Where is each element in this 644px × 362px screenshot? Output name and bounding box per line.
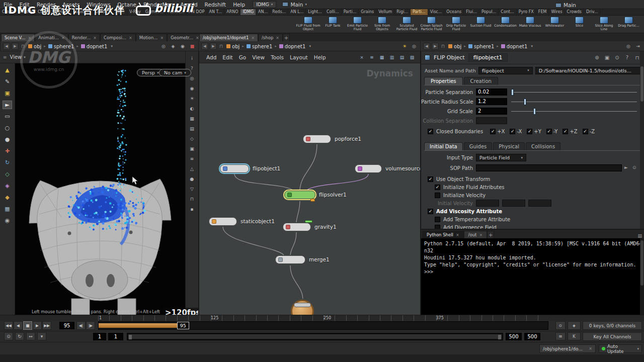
node-staticobject1[interactable] xyxy=(209,217,237,226)
shelf-tool[interactable]: Slice xyxy=(567,16,592,33)
translate-tool-icon[interactable]: ✚ xyxy=(3,147,12,155)
info-icon[interactable]: i xyxy=(188,54,196,62)
shelf-tab-18[interactable]: Colli... xyxy=(325,9,342,15)
handles-icon[interactable]: △ xyxy=(188,165,196,172)
viewport-3d-canvas[interactable]: Left mouse tumbles. Middle pans. Right d… xyxy=(15,63,185,315)
lock-icon[interactable]: ⊓ xyxy=(218,44,224,49)
shelf-tab-25[interactable]: Oceans xyxy=(444,9,464,15)
no-cam-button[interactable]: No cam ▾ xyxy=(159,69,191,76)
desktop-select-right[interactable]: Main xyxy=(555,2,576,8)
loop-mode-icon[interactable]: ↻ xyxy=(15,332,24,340)
timeline-ruler[interactable]: 1125250375 xyxy=(0,315,644,321)
shelf-tab-31[interactable]: Wires xyxy=(549,9,565,15)
viewport-crumb-dopnet1[interactable]: dopnet1 xyxy=(80,44,109,49)
shelf-tool[interactable]: Slice Along Line xyxy=(592,16,616,33)
jump-to-node-icon[interactable]: ⇥ xyxy=(634,43,641,50)
scene-pane-tab[interactable]: Geometr...× xyxy=(167,34,202,41)
sop-path-input[interactable] xyxy=(476,164,622,171)
playback-range-slider[interactable] xyxy=(127,333,503,340)
keys-channels-button[interactable]: 0 keys, 0/0 channels xyxy=(583,321,642,330)
stop-button[interactable]: ■ xyxy=(23,321,32,330)
workspace-select[interactable]: IDMG ▾ xyxy=(253,1,276,8)
axis-checkbox[interactable]: ✓ xyxy=(527,129,532,134)
param-value-field[interactable] xyxy=(528,200,551,207)
pane-menu-icon[interactable]: ≡ xyxy=(3,55,7,60)
slider-track[interactable] xyxy=(511,92,637,93)
shelf-tool[interactable]: FLIP Fluid from Object xyxy=(296,16,320,33)
shelf-tab-13[interactable]: IDMG xyxy=(240,9,256,15)
shelf-tab-20[interactable]: Grains xyxy=(359,9,376,15)
points-icon[interactable]: ● xyxy=(188,175,196,183)
new-tab-button[interactable]: + xyxy=(487,231,494,238)
network-crumb-sphere1[interactable]: sphere1 xyxy=(246,44,273,49)
auto-key-icon[interactable]: ◈ xyxy=(568,321,581,330)
axis-checkbox[interactable]: ✓ xyxy=(562,129,568,134)
display-flag[interactable] xyxy=(310,199,315,202)
param-value-field[interactable] xyxy=(476,117,507,124)
viewport-crumb-obj[interactable]: obj xyxy=(27,44,42,49)
node-name-field[interactable]: flipobject1 xyxy=(468,53,508,62)
network-crumb-obj[interactable]: obj xyxy=(225,44,240,49)
snap-tool-icon[interactable]: ◆ xyxy=(3,193,12,202)
play-reverse-button[interactable]: ◀ xyxy=(14,321,23,330)
checkbox[interactable] xyxy=(435,217,440,222)
new-tab-button[interactable]: + xyxy=(283,34,290,41)
normals-icon[interactable]: ▽ xyxy=(188,185,196,193)
scene-pane-tab[interactable]: Scene V...× xyxy=(1,34,35,41)
close-icon[interactable]: × xyxy=(276,36,279,40)
close-icon[interactable]: × xyxy=(61,36,65,40)
viewport-path-menu-icon[interactable]: ▾ xyxy=(110,44,114,48)
lasso-select-icon[interactable]: ○ xyxy=(3,124,12,132)
forward-icon[interactable]: ▶ xyxy=(12,43,19,50)
close-icon[interactable]: × xyxy=(456,233,459,237)
shelf-tab-32[interactable]: Crowds xyxy=(565,9,584,15)
input-type-select[interactable]: Particle Field ▾ xyxy=(476,154,526,161)
axis-checkbox[interactable]: ✓ xyxy=(510,129,515,134)
key-icon[interactable]: K xyxy=(568,332,581,340)
tab-creation[interactable]: Creation xyxy=(464,77,498,85)
params-crumb-sphere1[interactable]: sphere1 xyxy=(467,44,495,49)
close-icon[interactable]: × xyxy=(251,36,255,40)
shelf-tab-30[interactable]: FEM xyxy=(536,9,549,15)
next-frame-button[interactable]: |▶ xyxy=(86,321,95,330)
close-icon[interactable]: × xyxy=(93,36,97,40)
pane-controls-icon[interactable]: ▤ xyxy=(637,233,642,238)
close-icon[interactable]: × xyxy=(589,346,592,351)
shell-tab-1[interactable]: /out× xyxy=(464,231,488,238)
rotate-tool-icon[interactable]: ↻ xyxy=(3,158,12,167)
node-flipobject1[interactable] xyxy=(220,164,249,173)
desktop-select[interactable]: Main ▾ xyxy=(282,2,307,8)
node-merge1[interactable] xyxy=(275,255,305,264)
viewport-crumb-sphere1[interactable]: sphere1 xyxy=(47,44,75,49)
target-icon[interactable]: ◈ xyxy=(170,43,177,50)
playbar-menu-icon[interactable]: ≡ xyxy=(555,332,566,340)
playback-start-field[interactable]: 1 xyxy=(108,333,123,340)
close-icon[interactable]: × xyxy=(196,36,199,40)
shelf-tool[interactable]: Make Viscous xyxy=(518,16,542,33)
close-icon[interactable]: × xyxy=(160,36,164,40)
lock-icon[interactable]: ⊓ xyxy=(20,44,26,49)
select-geometry-icon[interactable]: ▣ xyxy=(3,89,12,98)
float-panel-icon[interactable]: ▣ xyxy=(604,55,610,60)
node-flipsolver1[interactable] xyxy=(284,191,315,199)
key-all-channels-button[interactable]: Key All Channels xyxy=(583,332,642,341)
close-icon[interactable]: × xyxy=(28,36,31,40)
pin-icon[interactable]: ◎ xyxy=(625,43,632,50)
range-end-grip[interactable] xyxy=(498,335,501,339)
menu-redshift[interactable]: Redshift xyxy=(201,0,230,9)
section-tab-3[interactable]: Collisions xyxy=(526,142,560,150)
lightbulb-icon[interactable]: ☀ xyxy=(401,43,408,50)
camera-icon[interactable]: ◉ xyxy=(179,43,186,50)
shelf-tab-22[interactable]: Rigi... xyxy=(394,9,411,15)
search-icon[interactable]: ⊙ xyxy=(614,55,620,60)
checkbox[interactable] xyxy=(435,225,440,229)
tab-properties[interactable]: Properties xyxy=(424,77,463,85)
slider-handle[interactable] xyxy=(511,89,514,96)
camera-icon[interactable]: ◉ xyxy=(188,84,196,92)
shelf-tab-17[interactable]: Light... xyxy=(306,9,325,15)
axis-checkbox[interactable]: ✓ xyxy=(490,129,496,134)
grid-icon[interactable]: ▤ xyxy=(188,125,196,132)
scene-pane-tab[interactable]: Animati...× xyxy=(35,34,68,41)
construction-plane-icon[interactable]: ▣ xyxy=(188,145,196,152)
pose-tool-icon[interactable]: ◈ xyxy=(3,182,12,190)
